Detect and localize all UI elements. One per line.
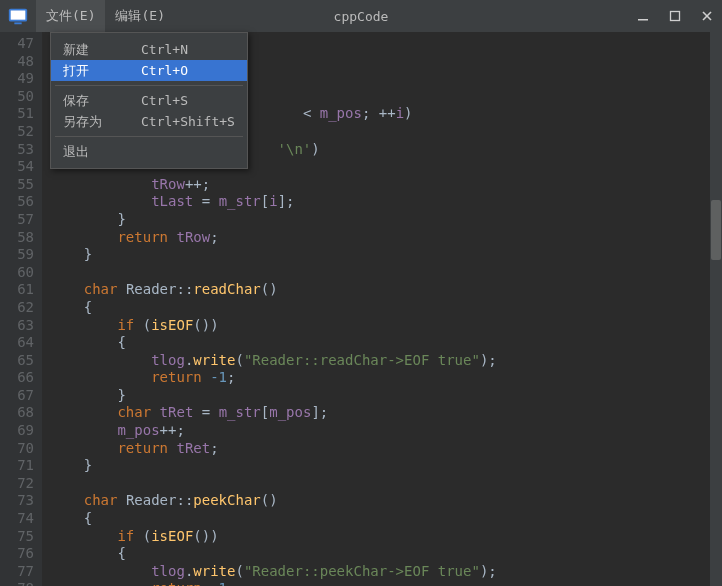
line-number: 66 (0, 369, 34, 387)
code-line: tlog.write("Reader::peekChar->EOF true")… (50, 563, 722, 581)
line-number: 61 (0, 281, 34, 299)
line-number: 57 (0, 211, 34, 229)
line-number: 74 (0, 510, 34, 528)
line-number: 76 (0, 545, 34, 563)
line-number: 75 (0, 528, 34, 546)
line-number: 67 (0, 387, 34, 405)
scrollbar-track[interactable] (710, 32, 722, 586)
line-number: 50 (0, 88, 34, 106)
code-line: { (50, 299, 722, 317)
code-line: tRow++; (50, 176, 722, 194)
code-line: { (50, 545, 722, 563)
code-line: return -1; (50, 580, 722, 586)
menu-item-shortcut: Ctrl+N (141, 42, 235, 57)
code-line: } (50, 246, 722, 264)
svg-rect-4 (671, 12, 680, 21)
menu-item-save[interactable]: 保存 Ctrl+S (51, 90, 247, 111)
line-number: 73 (0, 492, 34, 510)
menu-item-save-as[interactable]: 另存为 Ctrl+Shift+S (51, 111, 247, 132)
line-number: 64 (0, 334, 34, 352)
menu-item-shortcut: Ctrl+S (141, 93, 235, 108)
menu-item-shortcut: Ctrl+Shift+S (141, 114, 235, 129)
line-number: 49 (0, 70, 34, 88)
line-number: 53 (0, 141, 34, 159)
code-line (50, 475, 722, 493)
line-number: 70 (0, 440, 34, 458)
line-number: 51 (0, 105, 34, 123)
code-line: } (50, 211, 722, 229)
menu-item-label: 保存 (63, 92, 141, 110)
code-line: tlog.write("Reader::readChar->EOF true")… (50, 352, 722, 370)
line-gutter: 4748495051525354555657585960616263646566… (0, 32, 42, 586)
menu-file-label: 文件(E) (46, 7, 95, 25)
file-dropdown: 新建 Ctrl+N 打开 Ctrl+O 保存 Ctrl+S 另存为 Ctrl+S… (50, 32, 248, 169)
line-number: 47 (0, 35, 34, 53)
code-line: char Reader::peekChar() (50, 492, 722, 510)
code-line: char tRet = m_str[m_pos]; (50, 404, 722, 422)
menu-edit-label: 编辑(E) (115, 7, 164, 25)
close-button[interactable] (698, 7, 716, 25)
maximize-button[interactable] (666, 7, 684, 25)
code-line: return -1; (50, 369, 722, 387)
menu-item-label: 打开 (63, 62, 141, 80)
menu-item-new[interactable]: 新建 Ctrl+N (51, 39, 247, 60)
menu-separator (55, 85, 243, 86)
code-line: if (isEOF()) (50, 317, 722, 335)
menu-item-label: 另存为 (63, 113, 141, 131)
code-line: } (50, 457, 722, 475)
svg-rect-3 (638, 19, 648, 21)
code-line: return tRow; (50, 229, 722, 247)
line-number: 48 (0, 53, 34, 71)
code-line: } (50, 387, 722, 405)
line-number: 72 (0, 475, 34, 493)
menu-edit[interactable]: 编辑(E) (105, 0, 174, 32)
svg-rect-1 (11, 11, 26, 20)
menu-item-label: 新建 (63, 41, 141, 59)
code-line: tLast = m_str[i]; (50, 193, 722, 211)
line-number: 60 (0, 264, 34, 282)
code-line: char Reader::readChar() (50, 281, 722, 299)
minimize-button[interactable] (634, 7, 652, 25)
code-line: if (isEOF()) (50, 528, 722, 546)
menu-item-exit[interactable]: 退出 (51, 141, 247, 162)
title-bar: 文件(E) 编辑(E) cppCode (0, 0, 722, 32)
code-line (50, 264, 722, 282)
code-line: { (50, 510, 722, 528)
line-number: 55 (0, 176, 34, 194)
line-number: 77 (0, 563, 34, 581)
line-number: 54 (0, 158, 34, 176)
menu-item-shortcut: Ctrl+O (141, 63, 235, 78)
app-icon (0, 0, 36, 32)
menu-item-open[interactable]: 打开 Ctrl+O (51, 60, 247, 81)
menu-separator (55, 136, 243, 137)
menu-item-label: 退出 (63, 143, 141, 161)
menu-file[interactable]: 文件(E) (36, 0, 105, 32)
window-title: cppCode (334, 9, 389, 24)
line-number: 69 (0, 422, 34, 440)
line-number: 56 (0, 193, 34, 211)
code-line: m_pos++; (50, 422, 722, 440)
line-number: 68 (0, 404, 34, 422)
code-line: return tRet; (50, 440, 722, 458)
line-number: 58 (0, 229, 34, 247)
line-number: 59 (0, 246, 34, 264)
line-number: 65 (0, 352, 34, 370)
line-number: 78 (0, 580, 34, 586)
line-number: 63 (0, 317, 34, 335)
line-number: 52 (0, 123, 34, 141)
code-line: { (50, 334, 722, 352)
svg-rect-2 (14, 22, 21, 24)
line-number: 71 (0, 457, 34, 475)
menu-bar: 文件(E) 编辑(E) (36, 0, 175, 32)
line-number: 62 (0, 299, 34, 317)
window-controls (634, 0, 716, 32)
scrollbar-thumb[interactable] (711, 200, 721, 260)
